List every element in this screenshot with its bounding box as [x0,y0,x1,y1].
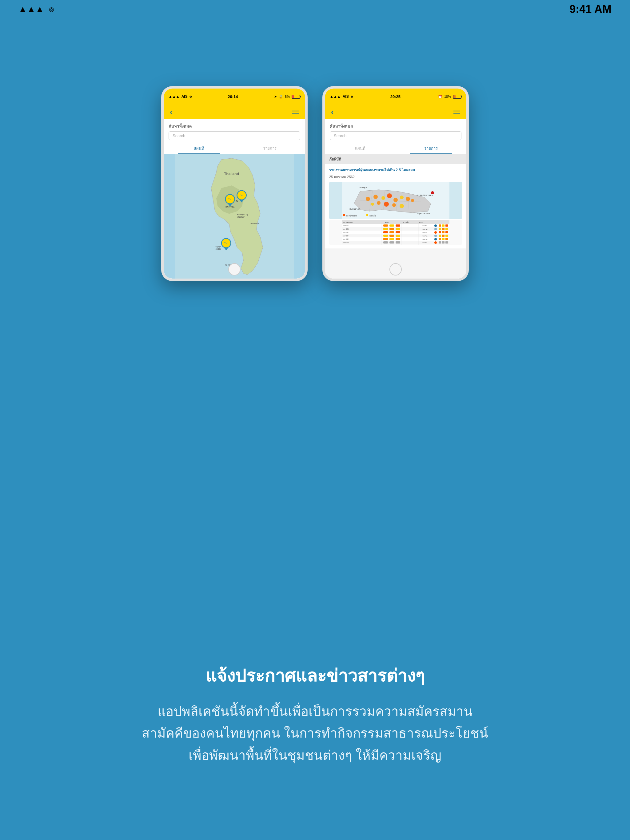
svg-text:รายงาน...: รายงาน... [422,225,428,227]
tablet-1-tab-bar: แผนที่ รายการ [164,143,305,154]
svg-text:Chanhaburi: Chanhaburi [250,223,259,224]
tablet-2-search-placeholder: Search [334,133,347,138]
svg-point-94 [434,231,437,234]
tablet-2-back-button[interactable]: ‹ [331,107,334,117]
svg-text:เมืองพัทยา: เมืองพัทยา [237,216,245,218]
svg-text:ค่าเฉลี่ย: ค่าเฉลี่ย [403,221,408,223]
tablet-1-time: 20:14 [228,95,238,99]
tablet-1-search-input[interactable]: Search [169,131,300,140]
svg-point-32 [384,202,389,207]
svg-text:รายงาน...: รายงาน... [422,238,428,240]
svg-rect-79 [383,238,388,240]
tablet-1-location-icon: ➤ [274,95,277,99]
tablet-2-signal: ▲▲▲ [330,95,341,99]
svg-rect-62 [389,228,394,230]
svg-rect-112 [445,238,448,240]
svg-rect-105 [442,231,445,234]
svg-rect-114 [442,242,445,243]
bottom-text-section: แจ้งประกาศและข่าวสารต่างๆ แอปพลิเคชันนี้… [69,662,561,766]
tablet-1-search-section: ค้นหาทั้งหมด Search [164,119,305,140]
svg-rect-109 [445,235,448,237]
tablet-1-inner: ▲▲▲ AIS ⌾ 20:14 ➤ 🔒 8% ‹ [164,88,305,279]
svg-rect-85 [383,242,388,243]
tablet-2-tab-map[interactable]: แผนที่ [325,143,396,154]
svg-rect-56 [389,224,394,227]
tablet-2-topbar: ▲▲▲ AIS ⌾ 20:25 ⏰ 10% [325,88,466,104]
svg-rect-113 [438,242,441,243]
svg-rect-86 [389,242,394,243]
svg-point-37 [377,201,380,205]
tablet-1-home-button[interactable] [228,263,241,275]
tablet-1-tab-map[interactable]: แผนที่ [164,143,234,154]
tablet-1-battery-fill [292,95,294,98]
tablet-1: ▲▲▲ AIS ⌾ 20:14 ➤ 🔒 8% ‹ [161,86,308,281]
svg-rect-40 [366,214,368,216]
svg-point-31 [406,197,410,201]
svg-rect-103 [445,228,448,230]
svg-text:กรุงเทพมหานคร: กรุงเทพมหานคร [417,194,433,196]
svg-rect-107 [438,235,441,237]
svg-text:สมุทรสาคร: สมุทรสาคร [350,208,360,210]
tablet-2: ▲▲▲ AIS ⌾ 20:25 ⏰ 10% ‹ [322,86,469,281]
tablet-2-carrier: AIS [343,95,349,99]
svg-rect-55 [383,224,388,227]
tablet-2-search-label: ค้นหาทั้งหมด [330,123,461,129]
tablet-1-status-left: ▲▲▲ AIS ⌾ [169,95,192,99]
tablet-2-tab-list[interactable]: รายการ [396,143,466,154]
svg-point-28 [387,193,392,198]
report-title: รายงานสถานการณ์ฝุ่นละอองขนาดไม่เกิน 2.5 … [329,167,462,173]
svg-text:Thailand: Thailand [224,172,239,175]
svg-point-36 [371,203,374,206]
svg-text:รายงาน...: รายงาน... [422,232,428,234]
status-bar: ▲▲▲ ⌾ 9:41 AM [0,0,630,19]
tablet-1-signal: ▲▲▲ [169,95,180,99]
svg-text:สถานีที่ 3: สถานีที่ 3 [343,232,349,234]
svg-text:รายงาน...: รายงาน... [422,228,428,230]
svg-rect-68 [389,231,394,234]
report-card: รายงานสถานการณ์ฝุ่นละอองขนาดไม่เกิน 2.5 … [325,164,466,248]
report-table-svg: สถานีตรวจวัด ค่าวัด ค่าเฉลี่ย สถานะ สถาน… [329,220,462,245]
tablet-1-search-label: ค้นหาทั้งหมด [169,123,300,129]
tablet-2-content: ค้นหาทั้งหมด Search แผนที่ รายการ ภัยพิบ… [325,119,466,279]
report-date: 25 มกราคม 2562 [329,174,462,180]
tablet-2-battery-icon [453,95,461,99]
svg-rect-115 [445,242,448,243]
tablet-2-tab-bar: แผนที่ รายการ [325,143,466,154]
svg-rect-100 [445,224,448,227]
svg-point-26 [374,195,378,199]
tablet-2-menu-button[interactable] [453,110,460,114]
tablet-1-carrier: AIS [182,95,188,99]
svg-text:KHAN: KHAN [215,248,221,250]
tablet-1-navbar: ‹ [164,104,305,119]
tablet-2-home-button[interactable] [389,263,402,275]
svg-text:สถานีที่ 4: สถานีที่ 4 [343,235,349,237]
svg-rect-108 [442,235,445,237]
svg-rect-63 [396,228,400,230]
svg-text:ค่าเฉลี่ย: ค่าเฉลี่ย [369,215,376,217]
tablet-1-tab-list[interactable]: รายการ [234,143,305,154]
svg-rect-104 [438,231,441,234]
tablet-1-back-button[interactable]: ‹ [170,107,173,117]
tablet-2-status-left: ▲▲▲ AIS ⌾ [330,95,353,99]
svg-text:HUAP: HUAP [215,246,221,248]
svg-point-33 [392,203,396,207]
svg-point-34 [400,204,404,208]
svg-rect-110 [438,238,441,240]
svg-rect-101 [438,228,441,230]
svg-text:B...: B... [236,200,240,203]
svg-point-95 [434,235,437,237]
report-map-svg: สถานีตรวจวัด ค่าเฉลี่ย นครปฐม กรุงเทพมหา… [329,182,462,219]
tablet-1-menu-button[interactable] [292,110,299,114]
tablet-2-battery-pct: 10% [444,95,451,98]
signal-icon: ▲▲▲ [19,4,44,14]
status-time: 9:41 AM [570,3,611,16]
svg-rect-98 [438,224,441,227]
svg-rect-57 [396,224,400,227]
svg-rect-87 [396,242,400,243]
tablet-1-topbar: ▲▲▲ AIS ⌾ 20:14 ➤ 🔒 8% [164,88,305,104]
svg-text:สถานีที่ 6: สถานีที่ 6 [343,242,349,243]
tablet-2-search-input[interactable]: Search [330,131,461,140]
svg-point-96 [434,238,437,240]
report-table-thumb: สถานีตรวจวัด ค่าวัด ค่าเฉลี่ย สถานะ สถาน… [329,220,462,245]
list-section-header: ภัยพิบัติ [325,154,466,164]
